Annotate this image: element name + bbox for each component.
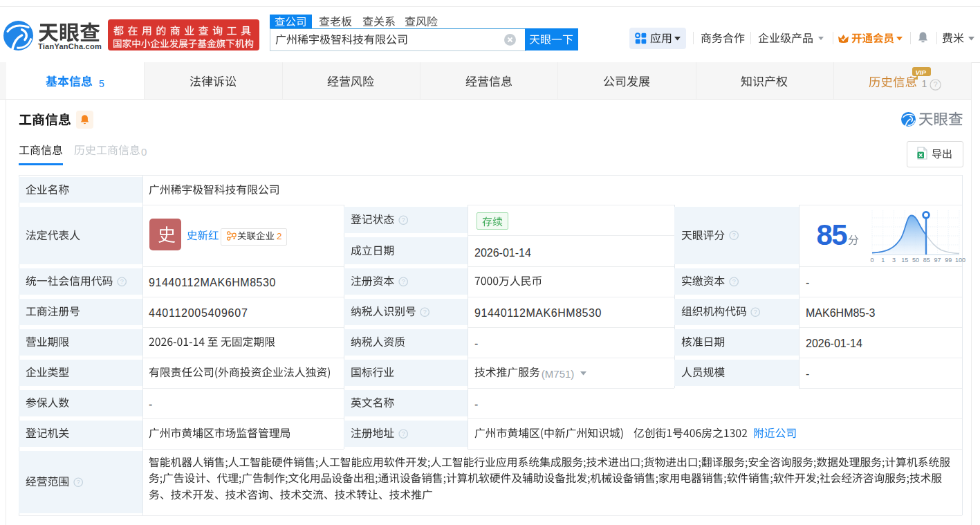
svg-text:?: ? <box>120 278 123 285</box>
svg-text:?: ? <box>401 217 405 223</box>
svg-text:?: ? <box>423 308 427 315</box>
svg-text:?: ? <box>732 232 735 239</box>
svg-text:?: ? <box>933 80 937 88</box>
svg-text:?: ? <box>754 308 757 315</box>
svg-text:?: ? <box>401 278 405 285</box>
svg-text:?: ? <box>401 430 405 437</box>
svg-text:?: ? <box>76 479 80 486</box>
svg-text:?: ? <box>732 278 735 285</box>
